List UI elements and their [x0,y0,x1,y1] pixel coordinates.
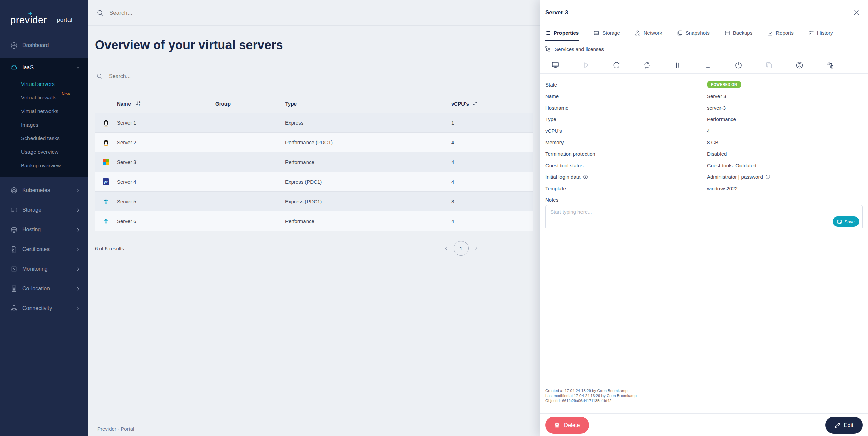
logo-divider [52,14,52,26]
sidebar-item-hosting[interactable]: Hosting [0,220,88,240]
power-off-icon[interactable] [734,61,743,69]
cd-media-icon[interactable] [795,61,804,69]
property-row: Memory 8 GB [545,136,863,148]
property-row: State POWERED ON [545,79,863,90]
sidebar-item-co-location[interactable]: Co-location [0,279,88,299]
sort-az-icon[interactable]: AZ [136,101,141,106]
table-row[interactable]: Server 5 Express (PDC1) 8 [95,192,533,211]
pagination: 1 [443,240,479,257]
sidebar-item-storage[interactable]: Storage [0,200,88,220]
server-name: Server 2 [117,139,136,145]
save-button[interactable]: Save [833,216,859,227]
sidebar-item-monitoring[interactable]: Monitoring [0,259,88,279]
cloud-icon [10,64,18,71]
info-icon[interactable] [583,174,588,179]
convert-template-icon[interactable] [826,61,834,69]
console-icon[interactable] [551,61,559,69]
next-page-icon[interactable] [474,246,479,251]
notes-field: Save [545,205,863,231]
column-header-group[interactable]: Group [215,101,285,107]
previder-portal-app: previder portal Dashboard IaaS [0,0,868,436]
sidebar-item-scheduled-tasks[interactable]: Scheduled tasks [0,132,88,145]
server-type: Performance [285,218,451,224]
table-row[interactable]: Server 2 Performance (PDC1) 4 [95,133,533,152]
sidebar-item-usage-overview[interactable]: Usage overview [0,145,88,159]
stop-icon[interactable] [704,61,712,69]
edit-button[interactable]: Edit [825,417,863,434]
sidebar-item-virtual-firewalls[interactable]: Virtual firewallsNew [0,91,88,105]
server-vcpus: 1 [451,120,533,126]
suspend-pause-icon[interactable] [673,61,682,69]
certificate-icon [10,246,18,253]
notes-textarea[interactable] [545,205,863,229]
sidebar-item-backup-overview[interactable]: Backup overview [0,159,88,172]
tab-history[interactable]: History [809,25,833,41]
notes-label: Notes [540,194,868,205]
brand-name: previder [10,15,47,26]
tab-backups[interactable]: Backups [725,25,753,41]
services-and-licenses-link[interactable]: Services and licenses [540,41,868,57]
close-icon[interactable] [852,8,861,17]
chevron-right-icon [76,227,81,232]
server-vcpus: 4 [451,218,533,224]
svg-text:A: A [139,101,140,103]
sidebar-item-kubernetes[interactable]: Kubernetes [0,181,88,200]
chevron-right-icon [76,286,81,291]
linux-icon [103,119,110,127]
info-icon[interactable] [765,174,770,179]
property-row: Type Performance [545,113,863,125]
power-on-icon[interactable] [582,61,590,69]
table-search-field [95,71,254,84]
save-floppy-icon [837,219,842,224]
tab-reports[interactable]: Reports [767,25,794,41]
svg-text:Z: Z [139,104,140,106]
sidebar-item-dashboard[interactable]: Dashboard [0,38,88,53]
server-name: Server 3 [117,159,136,165]
table-search-input[interactable] [109,73,238,79]
reset-sync-icon[interactable] [643,61,651,69]
created-at-text: Created at 17-04-24 13:29 by Coen Boomka… [545,388,637,393]
tab-network[interactable]: Network [635,25,662,41]
server-type: Express (PDC1) [285,179,451,185]
clone-copy-icon[interactable] [765,61,773,69]
table-row[interactable]: Server 3 Performance 4 [95,152,533,172]
server-vcpus: 8 [451,198,533,204]
table-row[interactable]: pf Server 4 Express (PDC1) 4 [95,172,533,192]
server-vcpus: 4 [451,159,533,165]
chevron-down-icon [75,65,81,70]
sidebar-item-virtual-servers[interactable]: Virtual servers [0,77,88,91]
sidebar-item-images[interactable]: Images [0,118,88,132]
table-card: Name AZ Group Type vCPU's [88,64,540,257]
tab-properties[interactable]: Properties [545,25,579,41]
delete-button[interactable]: Delete [545,417,589,434]
table-row[interactable]: Server 6 Performance 4 [95,211,533,231]
restart-icon[interactable] [612,61,620,69]
new-badge: New [62,92,70,96]
vm-action-toolbar [540,57,868,74]
sidebar-sections: Kubernetes Storage Hosting [0,177,88,318]
server-type: Express (PDC1) [285,198,451,204]
properties-list: State POWERED ON Name Server 3 Hostname … [540,79,868,194]
column-header-vcpus[interactable]: vCPU's [451,101,533,107]
iaas-section: IaaS Virtual servers Virtual firewallsNe… [0,58,88,177]
sidebar-item-certificates[interactable]: Certificates [0,240,88,259]
global-search-input[interactable] [109,10,245,16]
previous-page-icon[interactable] [443,246,448,251]
sidebar-item-virtual-networks[interactable]: Virtual networks [0,105,88,118]
previder-logo[interactable]: previder portal [0,0,88,31]
sidebar-item-iaas[interactable]: IaaS [0,58,88,77]
tab-storage[interactable]: Storage [594,25,620,41]
sidebar-item-connectivity[interactable]: Connectivity [0,299,88,318]
previder-bird-icon [103,198,110,205]
column-header-name[interactable]: Name AZ [117,101,215,107]
sidebar: previder portal Dashboard IaaS [0,0,88,436]
column-header-type[interactable]: Type [285,101,451,107]
search-icon [96,73,103,79]
tab-snapshots[interactable]: Snapshots [677,25,710,41]
linux-icon [103,139,110,146]
table-row[interactable]: Server 1 Express 1 [95,113,533,133]
page-1-button[interactable]: 1 [454,241,469,256]
property-row: Template windows2022 [545,183,863,194]
sort-both-icon[interactable] [472,101,478,106]
table-footer: 6 of 6 results 1 [95,240,533,257]
